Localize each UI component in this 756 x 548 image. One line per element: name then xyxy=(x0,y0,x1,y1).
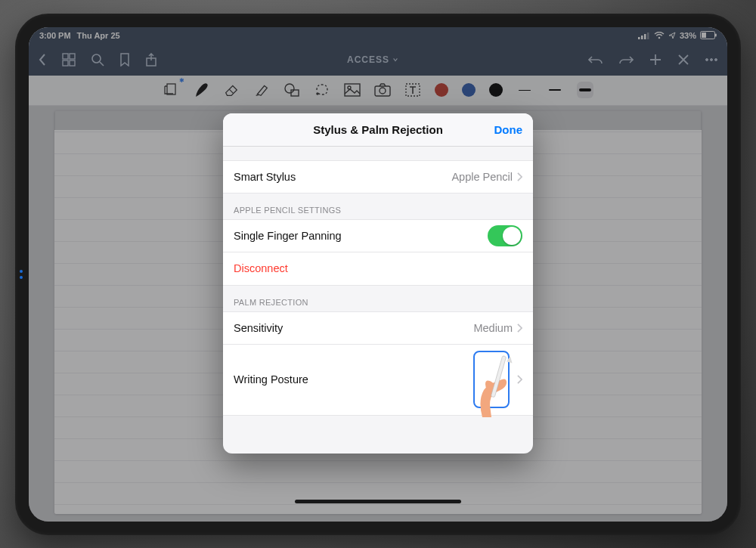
sensitivity-value: Medium xyxy=(473,322,513,334)
disconnect-row[interactable]: Disconnect xyxy=(223,252,533,286)
svg-marker-29 xyxy=(507,356,514,364)
modal-title: Stylus & Palm Rejection xyxy=(313,123,443,136)
section-apple-pencil-settings: Apple Pencil Settings xyxy=(223,194,533,219)
chevron-right-icon xyxy=(517,324,522,333)
done-button[interactable]: Done xyxy=(494,123,523,136)
screen: 3:00 PM Thu Apr 25 33% xyxy=(29,27,727,522)
smart-stylus-label: Smart Stylus xyxy=(234,171,296,183)
svg-rect-28 xyxy=(491,356,506,398)
writing-posture-graphic xyxy=(473,351,510,408)
modal-body: Smart Stylus Apple Pencil Apple Pencil S… xyxy=(223,147,533,454)
ipad-device-frame: 3:00 PM Thu Apr 25 33% xyxy=(15,14,741,535)
sensitivity-row[interactable]: Sensitivity Medium xyxy=(223,311,533,345)
writing-posture-row[interactable]: Writing Posture xyxy=(223,345,533,416)
single-finger-panning-label: Single Finger Panning xyxy=(234,230,342,242)
writing-posture-label: Writing Posture xyxy=(234,373,308,385)
single-finger-panning-row[interactable]: Single Finger Panning xyxy=(223,219,533,252)
sensitivity-label: Sensitivity xyxy=(234,322,283,334)
smart-stylus-row[interactable]: Smart Stylus Apple Pencil xyxy=(223,160,533,194)
home-indicator[interactable] xyxy=(295,500,461,503)
single-finger-panning-toggle[interactable] xyxy=(488,225,522,246)
stylus-settings-modal: Stylus & Palm Rejection Done Smart Stylu… xyxy=(223,113,533,454)
disconnect-label: Disconnect xyxy=(234,262,288,274)
section-palm-rejection: Palm Rejection xyxy=(223,286,533,311)
side-indicator-dots xyxy=(20,270,23,279)
chevron-right-icon xyxy=(517,172,522,181)
modal-header: Stylus & Palm Rejection Done xyxy=(223,113,533,147)
smart-stylus-value: Apple Pencil xyxy=(451,171,513,183)
